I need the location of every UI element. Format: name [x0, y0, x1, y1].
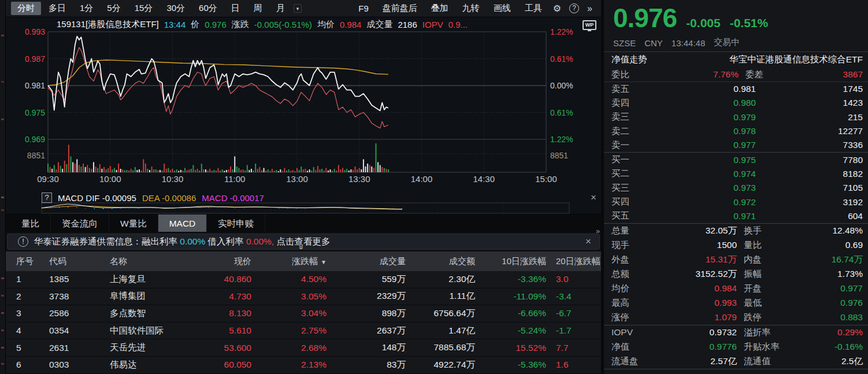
tab-MACD[interactable]: MACD [158, 214, 207, 232]
strip-mark [1, 197, 4, 198]
weibi-label: 委比 [611, 69, 646, 81]
table-row-2586[interactable]: 32586多点数智8.1303.04%898万6756.64万-6.66%-6.… [6, 305, 601, 323]
svg-text:0.975: 0.975 [25, 108, 45, 117]
more-icon[interactable]: » [587, 3, 592, 14]
bid-level-label: 买二 [611, 168, 646, 180]
price-change: -0.005 [686, 16, 721, 30]
notice-close-icon[interactable]: × [585, 236, 591, 247]
sort-desc-icon: ▼ [321, 259, 327, 265]
period-button-30分[interactable]: 30分 [160, 2, 191, 15]
col-header-vol[interactable]: 成交量 [327, 256, 406, 267]
stat-label: 外盘 [611, 254, 652, 266]
ask-price: 0.979 [646, 112, 756, 123]
table-row-0303[interactable]: 60303伟易达60.0502.13%83万4922.74万-5.36%1.6 [6, 357, 601, 374]
col-header-chg[interactable]: 涨跌幅▼ [251, 256, 327, 267]
tab-W量比[interactable]: W量比 [109, 214, 158, 232]
tool-button-F9[interactable]: F9 [352, 2, 375, 14]
chart-header-seg-4: 涨跌 [232, 19, 249, 30]
table-row-1385[interactable]: 11385上海复旦40.8604.50%559万2.30亿-3.36%3.0 [6, 271, 601, 288]
table-row-2631[interactable]: 52631天岳先进53.6002.68%148万7885.68万15.52%7.… [6, 339, 601, 357]
period-button-60分[interactable]: 60分 [192, 2, 224, 15]
left-edge-strip[interactable] [0, 0, 6, 374]
period-button-月[interactable]: 月 [270, 2, 291, 15]
svg-text:0.981: 0.981 [25, 81, 45, 90]
col-header-d10[interactable]: 10日涨跌幅 [475, 256, 546, 267]
tab-资金流向[interactable]: 资金流向 [51, 214, 109, 232]
ask-level-label: 卖二 [611, 125, 646, 138]
tool-button-画线[interactable]: 画线 [487, 2, 517, 15]
strip-mark [1, 35, 4, 36]
notice-text: 华泰证券融券通供需信息：融出利率 0.00% 借入利率 0.00%, 点击查看更… [34, 236, 330, 248]
strip-mark [1, 312, 4, 314]
bid-volume: 604 [756, 211, 868, 221]
tab-量比[interactable]: 量比 [10, 214, 51, 232]
ask-level-label: 卖五 [611, 83, 646, 95]
svg-text:15:00: 15:00 [535, 174, 557, 184]
ask-row-卖一: 卖一0.9777336 [604, 138, 868, 152]
stat-label: 均价 [611, 283, 652, 295]
stat-row-总额: 总额3152.52万振幅1.73% [604, 267, 868, 282]
period-button-分时[interactable]: 分时 [11, 2, 41, 15]
col-header-name[interactable]: 名称 [98, 256, 202, 267]
table-row-3738[interactable]: 23738阜博集团4.7303.05%2329万1.11亿-11.09%-3.4 [6, 288, 601, 306]
bid-volume: 7780 [756, 155, 868, 165]
stat-value: 0.976 [795, 298, 868, 308]
stat-value: 2.57亿 [652, 356, 737, 368]
stat-value: 0.69 [795, 240, 868, 250]
bid-row-买五: 买五0.971604 [604, 209, 868, 223]
period-button-1分[interactable]: 1分 [73, 2, 99, 15]
period-button-周[interactable]: 周 [247, 2, 269, 15]
period-button-多日[interactable]: 多日 [42, 2, 72, 15]
svg-text:0.969: 0.969 [25, 135, 45, 144]
tool-button-工具[interactable]: 工具 [518, 2, 548, 15]
cell-code: 1385 [38, 274, 98, 284]
stat-value: 15.31万 [652, 254, 737, 266]
price-volume-chart[interactable]: 0.9930.9870.9810.9750.96988511.22%0.61%0… [6, 17, 601, 191]
table-row-0354[interactable]: 40354中国软件国际5.6102.75%2637万1.47亿-5.24%-1.… [6, 323, 601, 340]
stat-value: -0.16% [795, 342, 868, 352]
strip-mark [1, 329, 4, 331]
chart-header-seg-11: 0.9... [448, 20, 468, 29]
col-header-d20[interactable]: 20日涨跌幅 [546, 256, 610, 267]
stat-value: 12.48% [795, 225, 868, 236]
col-header-code[interactable]: 代码 [38, 256, 98, 267]
dropdown-caret-icon[interactable]: ▾ [294, 4, 302, 13]
svg-text:14:00: 14:00 [411, 174, 433, 184]
cell-name: 上海复旦 [98, 273, 202, 286]
help-icon[interactable]: ? [569, 3, 579, 13]
ask-row-卖三: 卖三0.979215 [604, 110, 868, 124]
chart-header: 159131[港股信息技术ETF]13:44价0.976涨跌-0.005(-0.… [57, 19, 584, 30]
macd-close-icon[interactable]: × [591, 192, 596, 203]
tab-实时申赎[interactable]: 实时申赎 [207, 214, 265, 232]
gear-icon[interactable]: ⚙ [553, 3, 561, 14]
cell-vol: 83万 [327, 359, 406, 371]
wp-monitor-icon[interactable]: WP [583, 20, 596, 30]
col-header-amt[interactable]: 成交额 [406, 256, 475, 267]
chart-header-seg-10: IOPV [422, 20, 443, 29]
nav-trend-label[interactable]: 净值走势 [611, 54, 647, 66]
col-header-price[interactable]: 现价 [202, 256, 251, 267]
cell-chg: 3.04% [251, 308, 327, 319]
col-header-no[interactable]: 序号 [6, 256, 38, 267]
chart-header-seg-9: 2186 [398, 20, 417, 29]
cell-price: 5.610 [202, 325, 251, 336]
expand-panel-icon[interactable]: » [596, 227, 600, 235]
ask-row-卖四: 卖四0.9801423 [604, 96, 868, 110]
macd-help-icon[interactable]: ? [42, 192, 52, 203]
tool-button-盘前盘后[interactable]: 盘前盘后 [376, 2, 424, 15]
nav-row[interactable]: 净值走势 华宝中证港股通信息技术综合ETF [604, 52, 868, 68]
strip-mark [1, 363, 4, 365]
quote-panel: 0.976 -0.005 -0.51% SZSE CNY 13:44:48 交易… [604, 0, 868, 374]
tool-button-九转[interactable]: 九转 [456, 2, 486, 15]
stat-row-现手: 现手1500量比0.69 [604, 238, 868, 253]
period-button-5分[interactable]: 5分 [101, 2, 127, 15]
period-button-日[interactable]: 日 [225, 2, 246, 15]
collapse-chevron-icon[interactable]: » [297, 245, 306, 250]
cell-no: 5 [6, 343, 38, 353]
stat-label: 流通盘 [611, 356, 652, 368]
cell-vol: 559万 [327, 273, 406, 286]
period-button-15分[interactable]: 15分 [128, 2, 159, 15]
tool-button-叠加[interactable]: 叠加 [425, 2, 455, 15]
cell-chg: 3.05% [251, 291, 327, 302]
notice-more-link[interactable]: 点击查看更多 [274, 236, 330, 246]
